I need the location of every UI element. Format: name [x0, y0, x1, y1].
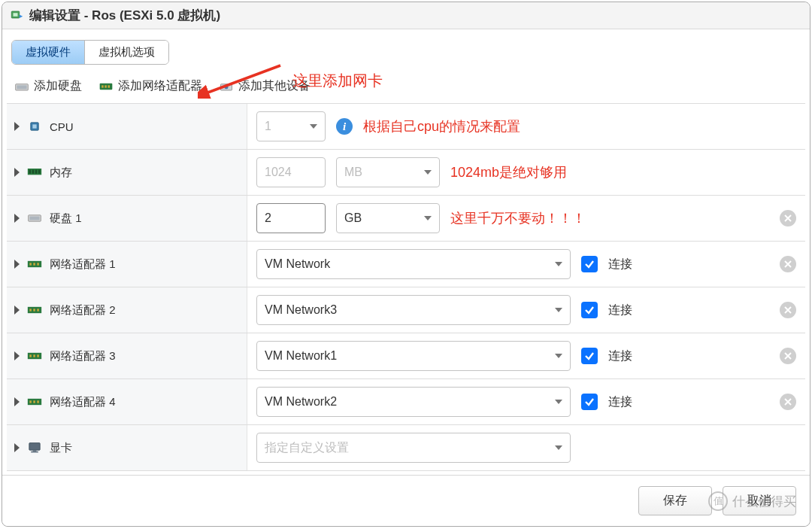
nic-connect-checkbox[interactable] — [581, 256, 598, 272]
disk-size-input[interactable]: 2 — [256, 203, 326, 233]
tab-virtual-hardware[interactable]: 虚拟硬件 — [12, 41, 84, 64]
expand-icon — [14, 397, 20, 406]
expand-icon — [14, 122, 20, 131]
row-nic-2: 网络适配器 2 VM Network3 连接 — [7, 287, 805, 333]
svg-rect-22 — [33, 263, 35, 265]
disk-unit-select[interactable]: GB — [336, 203, 440, 233]
memory-unit-select[interactable]: MB — [336, 157, 440, 187]
chevron-down-icon — [555, 400, 562, 404]
svg-rect-15 — [32, 170, 35, 174]
row-label[interactable]: CPU — [7, 104, 247, 149]
add-other-button[interactable]: 添加其他设备 — [219, 78, 311, 94]
save-button[interactable]: 保存 — [638, 486, 712, 515]
svg-rect-7 — [105, 85, 107, 87]
row-label[interactable]: 显卡 — [7, 425, 247, 470]
nic-connect-checkbox[interactable] — [581, 302, 598, 318]
close-icon — [784, 398, 792, 406]
remove-disk-button[interactable] — [780, 210, 796, 226]
svg-rect-34 — [33, 400, 35, 403]
nic-connect-checkbox[interactable] — [581, 348, 598, 364]
svg-rect-29 — [29, 354, 32, 357]
nic-network-select[interactable]: VM Network3 — [256, 295, 571, 325]
row-label[interactable]: 网络适配器 1 — [7, 242, 247, 287]
close-icon — [784, 352, 792, 360]
vm-icon — [10, 9, 23, 23]
chevron-down-icon — [555, 308, 562, 312]
expand-icon — [14, 443, 20, 452]
memory-icon — [27, 166, 42, 178]
content-area: 这里添加网卡 虚拟硬件 虚拟机选项 添加硬盘 — [2, 29, 810, 475]
cancel-button[interactable]: 取消 — [723, 486, 796, 515]
row-label[interactable]: 网络适配器 4 — [7, 379, 247, 424]
svg-rect-6 — [102, 85, 104, 87]
disk-icon — [27, 212, 42, 224]
row-label[interactable]: 硬盘 1 — [7, 196, 247, 241]
nic-icon — [27, 304, 42, 316]
toolbar: 添加硬盘 添加网络适配器 添加其他设备 — [7, 65, 805, 103]
row-label[interactable]: 网络适配器 2 — [7, 287, 247, 333]
svg-rect-33 — [29, 400, 32, 403]
connect-label: 连接 — [608, 303, 632, 318]
svg-rect-25 — [29, 309, 32, 311]
tab-vm-options[interactable]: 虚拟机选项 — [84, 41, 168, 64]
window-title: 编辑设置 - Ros (ESXi 5.0 虚拟机) — [29, 7, 220, 24]
svg-rect-21 — [29, 263, 32, 265]
remove-nic-button[interactable] — [780, 348, 796, 364]
remove-nic-button[interactable] — [780, 256, 796, 272]
remove-nic-button[interactable] — [780, 302, 796, 318]
svg-rect-16 — [35, 170, 38, 174]
nic-connect-checkbox[interactable] — [581, 394, 598, 410]
nic-icon — [27, 350, 42, 362]
dialog-footer: 保存 取消 — [2, 475, 810, 526]
svg-point-10 — [225, 85, 229, 89]
nic-network-select[interactable]: VM Network2 — [256, 387, 571, 417]
svg-rect-26 — [33, 309, 35, 311]
svg-rect-37 — [33, 450, 37, 451]
row-label[interactable]: 网络适配器 3 — [7, 333, 247, 379]
nic-icon — [98, 79, 114, 94]
expand-icon — [14, 214, 20, 223]
row-nic-1: 网络适配器 1 VM Network 连接 — [7, 242, 805, 287]
chevron-down-icon — [555, 445, 562, 450]
svg-rect-31 — [37, 354, 39, 357]
cpu-icon — [27, 120, 42, 132]
close-icon — [784, 260, 792, 268]
svg-rect-30 — [33, 354, 35, 357]
close-icon — [784, 306, 792, 314]
check-icon — [584, 351, 595, 361]
close-icon — [784, 214, 792, 222]
svg-rect-12 — [32, 124, 36, 128]
row-label[interactable]: 内存 — [7, 150, 247, 195]
chevron-down-icon — [555, 262, 562, 266]
chevron-down-icon — [310, 124, 317, 129]
nic-icon — [27, 396, 42, 408]
disk-icon — [14, 79, 29, 94]
chevron-down-icon — [555, 354, 562, 358]
toolbar-label: 添加硬盘 — [34, 78, 82, 94]
svg-rect-35 — [37, 400, 39, 403]
add-nic-button[interactable]: 添加网络适配器 — [98, 78, 202, 94]
svg-rect-17 — [38, 170, 41, 174]
chevron-down-icon — [424, 216, 432, 220]
nic-network-select[interactable]: VM Network — [256, 249, 571, 279]
row-disk-1: 硬盘 1 2 GB 这里千万不要动！！！ — [7, 196, 805, 242]
row-nic-4: 网络适配器 4 VM Network2 连接 — [7, 379, 805, 425]
annotation-cpu: 根据自己cpu的情况来配置 — [363, 117, 520, 135]
memory-size-input[interactable]: 1024 — [256, 157, 326, 187]
toolbar-label: 添加网络适配器 — [118, 78, 202, 94]
cpu-count-select[interactable]: 1 — [256, 111, 326, 141]
titlebar: 编辑设置 - Ros (ESXi 5.0 虚拟机) — [2, 2, 810, 29]
remove-nic-button[interactable] — [780, 394, 796, 410]
annotation-disk: 这里千万不要动！！！ — [450, 209, 586, 227]
video-settings-select[interactable]: 指定自定义设置 — [256, 433, 571, 463]
nic-network-select[interactable]: VM Network1 — [256, 341, 571, 371]
check-icon — [584, 259, 595, 269]
expand-icon — [14, 168, 20, 177]
expand-icon — [14, 351, 20, 360]
expand-icon — [14, 306, 20, 315]
monitor-icon — [27, 442, 42, 454]
annotation-memory: 1024mb是绝对够用 — [450, 163, 567, 181]
add-disk-button[interactable]: 添加硬盘 — [14, 78, 82, 94]
svg-rect-4 — [17, 85, 26, 89]
info-icon[interactable]: i — [336, 118, 353, 135]
